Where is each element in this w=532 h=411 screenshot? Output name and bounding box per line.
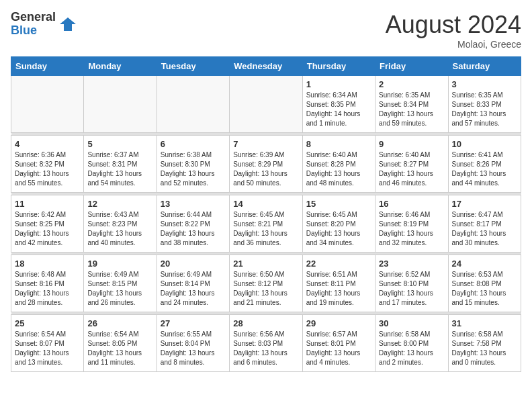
cell-content-line: Sunrise: 6:45 AM bbox=[306, 210, 371, 220]
location: Molaoi, Greece bbox=[386, 39, 521, 50]
cell-content-line: Sunset: 8:01 PM bbox=[306, 339, 371, 349]
day-number: 3 bbox=[452, 79, 517, 89]
cell-content-line: Daylight: 13 hours bbox=[15, 349, 80, 358]
calendar-cell: 8Sunrise: 6:40 AMSunset: 8:28 PMDaylight… bbox=[302, 136, 375, 193]
cell-content-line: Sunset: 8:29 PM bbox=[233, 160, 298, 169]
cell-content-line: and 52 minutes. bbox=[161, 179, 226, 188]
cell-content-line: and 38 minutes. bbox=[161, 238, 226, 248]
calendar-day-header: Wednesday bbox=[230, 57, 302, 76]
cell-content-line: Sunrise: 6:51 AM bbox=[306, 270, 371, 279]
cell-content-line: Sunset: 8:00 PM bbox=[379, 339, 444, 349]
cell-content-line: Sunset: 8:04 PM bbox=[161, 339, 226, 349]
cell-content-line: Sunrise: 6:36 AM bbox=[15, 150, 80, 160]
calendar-cell: 13Sunrise: 6:44 AMSunset: 8:22 PMDayligh… bbox=[157, 195, 229, 253]
title-section: August 2024 Molaoi, Greece bbox=[386, 11, 521, 50]
day-number: 17 bbox=[452, 199, 517, 209]
calendar-week-row: 18Sunrise: 6:48 AMSunset: 8:16 PMDayligh… bbox=[11, 255, 521, 312]
cell-content-line: and 59 minutes. bbox=[379, 119, 444, 128]
cell-content-line: Daylight: 13 hours bbox=[87, 349, 152, 358]
calendar-cell: 2Sunrise: 6:35 AMSunset: 8:34 PMDaylight… bbox=[375, 76, 448, 133]
day-number: 30 bbox=[379, 318, 444, 328]
calendar-cell: 31Sunrise: 6:58 AMSunset: 7:58 PMDayligh… bbox=[448, 315, 521, 372]
calendar-cell: 29Sunrise: 6:57 AMSunset: 8:01 PMDayligh… bbox=[302, 315, 375, 372]
cell-content-line: Sunset: 8:19 PM bbox=[379, 220, 444, 229]
day-number: 1 bbox=[306, 79, 371, 89]
calendar-cell: 17Sunrise: 6:47 AMSunset: 8:17 PMDayligh… bbox=[448, 195, 521, 253]
cell-content-line: Sunrise: 6:45 AM bbox=[233, 210, 298, 220]
day-number: 7 bbox=[233, 139, 298, 149]
cell-content-line: and 32 minutes. bbox=[379, 238, 444, 248]
cell-content-line: Daylight: 13 hours bbox=[306, 349, 371, 358]
calendar-cell: 27Sunrise: 6:55 AMSunset: 8:04 PMDayligh… bbox=[157, 315, 229, 372]
cell-content-line: Daylight: 13 hours bbox=[15, 169, 80, 179]
cell-content-line: Sunrise: 6:48 AM bbox=[15, 270, 80, 279]
logo-blue: Blue bbox=[11, 24, 56, 38]
cell-content-line: and 48 minutes. bbox=[306, 179, 371, 188]
day-number: 14 bbox=[233, 199, 298, 209]
cell-content-line: Sunset: 8:14 PM bbox=[161, 279, 226, 289]
day-number: 28 bbox=[233, 318, 298, 328]
day-number: 19 bbox=[87, 259, 152, 269]
calendar-cell: 14Sunrise: 6:45 AMSunset: 8:21 PMDayligh… bbox=[230, 195, 302, 253]
cell-content-line: Daylight: 13 hours bbox=[452, 109, 517, 119]
cell-content-line: Sunrise: 6:53 AM bbox=[452, 270, 517, 279]
calendar-cell: 3Sunrise: 6:35 AMSunset: 8:33 PMDaylight… bbox=[448, 76, 521, 133]
cell-content-line: Sunrise: 6:35 AM bbox=[452, 91, 517, 100]
cell-content-line: Sunset: 8:10 PM bbox=[379, 279, 444, 289]
cell-content-line: Sunset: 8:22 PM bbox=[161, 220, 226, 229]
cell-content-line: and 50 minutes. bbox=[233, 179, 298, 188]
cell-content-line: Sunrise: 6:58 AM bbox=[452, 330, 517, 339]
header: General Blue August 2024 Molaoi, Greece bbox=[11, 11, 521, 50]
cell-content-line: Sunset: 8:21 PM bbox=[233, 220, 298, 229]
cell-content-line: Sunrise: 6:54 AM bbox=[87, 330, 152, 339]
day-number: 31 bbox=[452, 318, 517, 328]
cell-content-line: Sunset: 8:03 PM bbox=[233, 339, 298, 349]
cell-content-line: Sunset: 8:20 PM bbox=[306, 220, 371, 229]
cell-content-line: and 24 minutes. bbox=[161, 298, 226, 308]
cell-content-line: and 46 minutes. bbox=[379, 179, 444, 188]
cell-content-line: Sunrise: 6:44 AM bbox=[161, 210, 226, 220]
cell-content-line: and 1 minute. bbox=[306, 119, 371, 128]
cell-content-line: Daylight: 13 hours bbox=[161, 229, 226, 238]
day-number: 26 bbox=[87, 318, 152, 328]
cell-content-line: and 8 minutes. bbox=[161, 358, 226, 367]
calendar-day-header: Monday bbox=[84, 57, 157, 76]
cell-content-line: Sunset: 8:15 PM bbox=[87, 279, 152, 289]
day-number: 10 bbox=[452, 139, 517, 149]
cell-content-line: Daylight: 13 hours bbox=[233, 229, 298, 238]
cell-content-line: and 4 minutes. bbox=[306, 358, 371, 367]
cell-content-line: Sunrise: 6:38 AM bbox=[161, 150, 226, 160]
cell-content-line: and 55 minutes. bbox=[15, 179, 80, 188]
cell-content-line: Daylight: 13 hours bbox=[452, 349, 517, 358]
day-number: 21 bbox=[233, 259, 298, 269]
calendar-cell: 1Sunrise: 6:34 AMSunset: 8:35 PMDaylight… bbox=[302, 76, 375, 133]
cell-content-line: Daylight: 13 hours bbox=[306, 289, 371, 298]
cell-content-line: and 36 minutes. bbox=[233, 238, 298, 248]
cell-content-line: Daylight: 13 hours bbox=[87, 229, 152, 238]
cell-content-line: and 44 minutes. bbox=[452, 179, 517, 188]
calendar-cell: 24Sunrise: 6:53 AMSunset: 8:08 PMDayligh… bbox=[448, 255, 521, 312]
calendar-day-header: Saturday bbox=[448, 57, 521, 76]
cell-content-line: Daylight: 13 hours bbox=[379, 349, 444, 358]
calendar-cell: 12Sunrise: 6:43 AMSunset: 8:23 PMDayligh… bbox=[84, 195, 157, 253]
cell-content-line: Sunset: 8:17 PM bbox=[452, 220, 517, 229]
calendar-week-row: 11Sunrise: 6:42 AMSunset: 8:25 PMDayligh… bbox=[11, 195, 521, 253]
cell-content-line: and 0 minutes. bbox=[452, 358, 517, 367]
cell-content-line: Daylight: 13 hours bbox=[161, 169, 226, 179]
day-number: 12 bbox=[87, 199, 152, 209]
cell-content-line: and 17 minutes. bbox=[379, 298, 444, 308]
calendar-day-header: Sunday bbox=[11, 57, 84, 76]
cell-content-line: Sunset: 8:26 PM bbox=[452, 160, 517, 169]
day-number: 13 bbox=[161, 199, 226, 209]
calendar-cell bbox=[230, 76, 302, 133]
day-number: 5 bbox=[87, 139, 152, 149]
cell-content-line: Sunrise: 6:40 AM bbox=[306, 150, 371, 160]
logo-text: General Blue bbox=[11, 11, 56, 38]
cell-content-line: Sunrise: 6:42 AM bbox=[15, 210, 80, 220]
cell-content-line: Daylight: 13 hours bbox=[379, 229, 444, 238]
cell-content-line: Daylight: 13 hours bbox=[161, 289, 226, 298]
cell-content-line: and 2 minutes. bbox=[379, 358, 444, 367]
cell-content-line: Sunrise: 6:39 AM bbox=[233, 150, 298, 160]
day-number: 20 bbox=[161, 259, 226, 269]
calendar-cell: 21Sunrise: 6:50 AMSunset: 8:12 PMDayligh… bbox=[230, 255, 302, 312]
